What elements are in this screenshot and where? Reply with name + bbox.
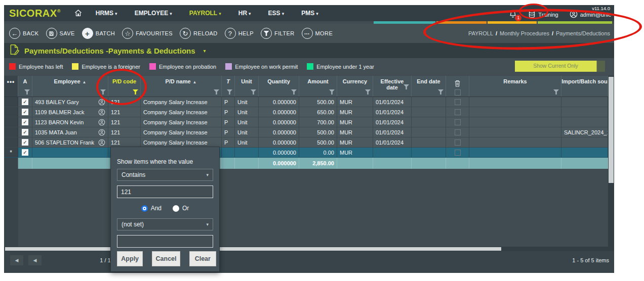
active-cell[interactable]: ✓ xyxy=(18,137,32,147)
employee-cell[interactable]: 493 BAILEY Gary xyxy=(32,97,108,107)
pd-code-cell[interactable]: 121 xyxy=(108,107,141,117)
filter-funnel-icon[interactable] xyxy=(438,89,444,95)
active-cell[interactable]: ✓ xyxy=(18,107,32,117)
help-button[interactable]: ?HELP xyxy=(225,28,254,39)
checkbox-checked[interactable]: ✓ xyxy=(22,119,28,125)
delete-cell[interactable] xyxy=(446,97,469,107)
horizontal-scrollbar[interactable] xyxy=(4,247,608,251)
pd-name-cell[interactable]: Company Salary Increase xyxy=(141,127,222,137)
quantity-cell[interactable]: 0.000000 xyxy=(259,107,299,117)
amount-cell[interactable]: 0.00 xyxy=(299,148,337,157)
table-row[interactable]: ✓ 506 STAPLETON Frank 121 Company Salary… xyxy=(4,137,608,148)
save-button[interactable]: SAVE xyxy=(46,28,75,39)
remarks-cell[interactable] xyxy=(469,107,561,117)
amount-cell[interactable]: 500.00 xyxy=(299,97,337,107)
active-cell[interactable]: ✓ xyxy=(18,97,32,107)
effective-date-cell[interactable] xyxy=(373,148,412,157)
end-date-cell[interactable] xyxy=(412,137,446,147)
breadcrumb-monthly-procedures[interactable]: Monthly Procedures xyxy=(500,30,549,36)
end-date-cell[interactable] xyxy=(412,127,446,137)
quantity-cell[interactable]: 0.000000 xyxy=(259,117,299,127)
currency-cell[interactable]: MUR xyxy=(337,97,373,107)
row-handle[interactable] xyxy=(4,137,18,147)
table-row[interactable]: ✓ 493 BAILEY Gary 121 Company Salary Inc… xyxy=(4,97,608,107)
pd-name-cell[interactable]: Company Salary Increase xyxy=(141,137,222,147)
amount-cell[interactable]: 650.00 xyxy=(299,107,337,117)
header-remarks[interactable]: Remarks xyxy=(469,76,561,97)
menu-pms[interactable]: PMS▾ xyxy=(301,10,318,17)
header-end-date[interactable]: End date xyxy=(412,76,446,97)
apply-button[interactable]: Apply xyxy=(117,251,143,266)
end-date-cell[interactable] xyxy=(412,107,446,117)
employee-cell[interactable]: 506 STAPLETON Frank xyxy=(32,137,108,147)
t-cell[interactable]: P xyxy=(222,117,235,127)
table-row[interactable]: ✓ 1123 BARON Kevin 121 Company Salary In… xyxy=(4,117,608,127)
employee-profile-icon[interactable] xyxy=(98,139,105,146)
quantity-cell[interactable]: 0.000000 xyxy=(259,127,299,137)
breadcrumb-payments-deductions[interactable]: Payments/Deductions xyxy=(556,30,610,36)
filter-funnel-icon[interactable] xyxy=(24,89,30,95)
table-row[interactable]: ✓ 1035 MATA Juan 121 Company Salary Incr… xyxy=(4,127,608,137)
header-pd-name[interactable]: P/D name▲ xyxy=(141,76,222,97)
first-page-button[interactable]: ◀ xyxy=(10,255,23,265)
more-button[interactable]: •••MORE xyxy=(302,28,333,39)
unit-cell[interactable]: Unit xyxy=(235,107,259,117)
pd-code-cell[interactable]: 121 xyxy=(108,117,141,127)
checkbox-checked[interactable]: ✓ xyxy=(22,129,28,135)
unit-cell[interactable]: Unit xyxy=(235,137,259,147)
import-batch-cell[interactable] xyxy=(561,137,608,147)
row-handle[interactable] xyxy=(4,127,18,137)
delete-checkbox[interactable] xyxy=(455,99,461,105)
header-unit[interactable]: Unit xyxy=(235,76,259,97)
delete-cell[interactable] xyxy=(446,127,469,137)
header-currency[interactable]: Currency xyxy=(337,76,373,97)
currency-cell[interactable]: MUR xyxy=(337,117,373,127)
unit-cell[interactable]: Unit xyxy=(235,117,259,127)
employee-cell[interactable]: 1123 BARON Kevin xyxy=(32,117,108,127)
quantity-cell[interactable]: 0.000000 xyxy=(259,97,299,107)
header-t[interactable]: T xyxy=(222,76,235,97)
effective-date-cell[interactable]: 01/01/2024 xyxy=(373,117,412,127)
remarks-cell[interactable] xyxy=(469,137,561,147)
effective-date-cell[interactable]: 01/01/2024 xyxy=(373,127,412,137)
unit-cell[interactable] xyxy=(235,148,259,157)
filter-funnel-icon[interactable] xyxy=(214,89,219,95)
effective-date-cell[interactable]: 01/01/2024 xyxy=(373,137,412,147)
amount-cell[interactable]: 700.00 xyxy=(299,117,337,127)
back-button[interactable]: ←BACK xyxy=(9,28,39,39)
delete-checkbox[interactable] xyxy=(455,129,461,135)
delete-cell[interactable] xyxy=(446,117,469,127)
pd-code-cell[interactable]: 121 xyxy=(108,137,141,147)
end-date-cell[interactable] xyxy=(412,97,446,107)
unit-cell[interactable]: Unit xyxy=(235,127,259,137)
checkbox-checked[interactable]: ✓ xyxy=(22,139,28,146)
import-batch-cell[interactable] xyxy=(561,107,608,117)
import-batch-cell[interactable] xyxy=(561,148,608,157)
pd-code-cell[interactable]: 121 xyxy=(108,127,141,137)
filter-funnel-icon[interactable] xyxy=(251,89,256,95)
import-batch-cell[interactable] xyxy=(561,117,608,127)
employee-cell[interactable] xyxy=(32,148,108,157)
row-handle[interactable] xyxy=(4,97,18,107)
home-icon[interactable] xyxy=(74,9,83,17)
delete-cell[interactable] xyxy=(446,137,469,147)
menu-ess[interactable]: ESS▾ xyxy=(268,10,285,17)
effective-date-cell[interactable]: 01/01/2024 xyxy=(373,107,412,117)
employee-cell[interactable]: 1035 MATA Juan xyxy=(32,127,108,137)
remarks-cell[interactable] xyxy=(469,97,561,107)
clear-button[interactable]: Clear xyxy=(189,251,216,266)
filter-or-radio[interactable]: Or xyxy=(173,205,189,212)
column-menu-header[interactable]: ••• xyxy=(4,76,18,97)
currency-cell[interactable]: MUR xyxy=(337,148,373,157)
row-handle[interactable] xyxy=(4,107,18,117)
menu-employee[interactable]: EMPLOYEE▾ xyxy=(135,10,172,17)
menu-payroll[interactable]: PAYROLL▾ xyxy=(189,10,221,17)
active-cell[interactable]: ✓ xyxy=(18,117,32,127)
horizontal-scrollbar-thumb[interactable] xyxy=(5,247,501,251)
user-menu[interactable]: admin@unic xyxy=(570,10,611,19)
active-cell[interactable]: ✓ xyxy=(18,148,32,157)
vertical-scrollbar-thumb[interactable] xyxy=(609,77,614,183)
filter-value-input[interactable] xyxy=(117,185,213,198)
menu-hrms[interactable]: HRMS▾ xyxy=(96,10,117,17)
batch-button[interactable]: +BATCH xyxy=(82,28,115,39)
